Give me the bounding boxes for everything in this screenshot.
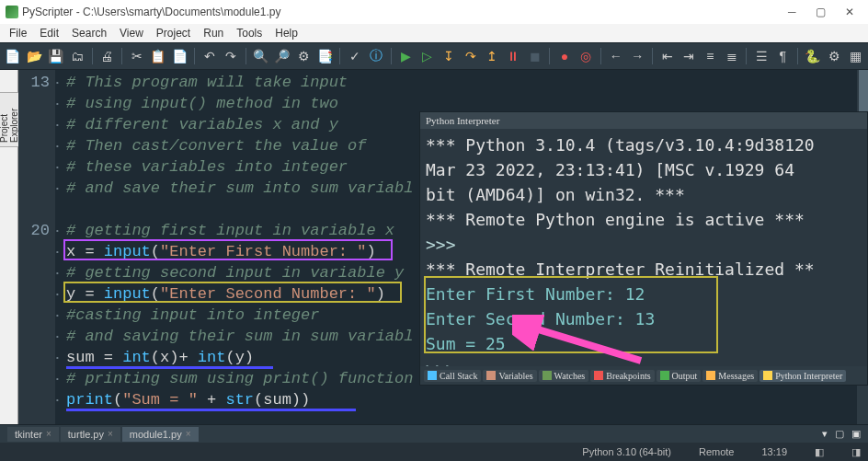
outdent-icon[interactable]: ⇤	[658, 47, 676, 65]
close-all-icon[interactable]: ▣	[851, 428, 861, 440]
close-icon[interactable]: ×	[46, 429, 51, 439]
line-number: 20	[18, 220, 50, 241]
status-tray-icon[interactable]: ◨	[851, 446, 861, 458]
line-gutter: 13 20	[18, 70, 55, 424]
copy-icon[interactable]: 📋	[149, 47, 166, 65]
close-icon[interactable]: ×	[108, 429, 113, 439]
tab-messages[interactable]: Messages	[702, 370, 758, 382]
stop-icon[interactable]: ◼	[526, 47, 543, 65]
pause-icon[interactable]: ⏸	[505, 47, 522, 65]
menu-help[interactable]: Help	[269, 26, 303, 40]
interpreter-title: Python Interpreter	[420, 112, 867, 129]
paste-icon[interactable]: 📄	[171, 47, 188, 65]
interpreter-output[interactable]: *** Python 3.10.4 (tags/v3.10.4:9d38120 …	[420, 129, 867, 385]
file-tabstrip: tkinter× turtle.py× module1.py× ▾ ▢ ▣	[0, 424, 868, 443]
interpreter-tabstrip: Call Stack Variables Watches Breakpoints…	[420, 366, 867, 385]
maximize-button[interactable]: ▢	[808, 6, 834, 18]
tab-watches[interactable]: Watches	[539, 370, 589, 382]
cut-icon[interactable]: ✂	[128, 47, 145, 65]
step-over-icon[interactable]: ↷	[462, 47, 479, 65]
new-tab-icon[interactable]: ▢	[835, 428, 844, 440]
app-icon	[6, 6, 18, 18]
window-titlebar: PyScripter - C:\Users\smarty\Documents\m…	[0, 0, 868, 24]
menu-bar: File Edit Search View Project Run Tools …	[0, 24, 868, 42]
comment-icon[interactable]: ≡	[702, 47, 719, 65]
search-icon[interactable]: 🔍	[252, 47, 269, 65]
line-number: 13	[18, 72, 50, 93]
tab-call-stack[interactable]: Call Stack	[424, 370, 481, 382]
tab-output[interactable]: Output	[657, 370, 702, 382]
record-icon[interactable]: ●	[555, 47, 573, 65]
whitespace-icon[interactable]: ¶	[774, 47, 792, 65]
settings-icon[interactable]: ⚙	[825, 47, 842, 65]
step-out-icon[interactable]: ↥	[483, 47, 500, 65]
breakpoint-icon[interactable]: ◎	[577, 47, 595, 65]
indent-icon[interactable]: ⇥	[680, 47, 697, 65]
menu-edit[interactable]: Edit	[34, 26, 64, 40]
step-into-icon[interactable]: ↧	[440, 47, 458, 65]
syntax-check-icon[interactable]: ✓	[346, 47, 363, 65]
tab-breakpoints[interactable]: Breakpoints	[590, 370, 654, 382]
uncomment-icon[interactable]: ≣	[723, 47, 740, 65]
menu-project[interactable]: Project	[151, 26, 196, 40]
interpreter-panel: Python Interpreter *** Python 3.10.4 (ta…	[419, 111, 868, 386]
python-icon[interactable]: 🐍	[804, 47, 821, 65]
tab-overflow-icon[interactable]: ▾	[822, 428, 828, 440]
status-engine: Remote	[699, 446, 735, 457]
debug-icon[interactable]: ▷	[418, 47, 436, 65]
run-icon[interactable]: ▶	[397, 47, 415, 65]
open-file-icon[interactable]: 📂	[25, 47, 42, 65]
minimize-button[interactable]: ─	[779, 6, 805, 18]
left-sidebar[interactable]: Project Explorer	[0, 70, 18, 424]
status-bar: Python 3.10 (64-bit) Remote 13:19 ◧ ◨	[0, 443, 868, 461]
tab-variables[interactable]: Variables	[483, 370, 536, 382]
info-icon[interactable]: ⓘ	[367, 47, 384, 65]
filetab-tkinter[interactable]: tkinter×	[7, 427, 59, 442]
main-area: Project Explorer 13 20 •••••• ••••••••• …	[0, 70, 868, 424]
layout-icon[interactable]: ▦	[847, 47, 864, 65]
status-python: Python 3.10 (64-bit)	[582, 446, 671, 457]
tab-python-interpreter[interactable]: Python Interpreter	[760, 370, 846, 382]
menu-tools[interactable]: Tools	[231, 26, 268, 40]
window-title: PyScripter - C:\Users\smarty\Documents\m…	[22, 6, 779, 18]
nav-fwd-icon[interactable]: →	[629, 47, 646, 65]
menu-file[interactable]: File	[4, 26, 32, 40]
nav-back-icon[interactable]: ←	[607, 47, 624, 65]
find-next-icon[interactable]: 🔎	[273, 47, 291, 65]
menu-search[interactable]: Search	[66, 26, 112, 40]
menu-run[interactable]: Run	[198, 26, 229, 40]
filetab-module1[interactable]: module1.py×	[122, 427, 199, 442]
replace-icon[interactable]: ⚙	[294, 47, 312, 65]
close-icon[interactable]: ×	[186, 429, 191, 439]
save-all-icon[interactable]: 🗂	[68, 47, 86, 65]
print-icon[interactable]: 🖨	[97, 47, 115, 65]
close-button[interactable]: ✕	[837, 6, 862, 18]
toolbar: 📄 📂 💾 🗂 🖨 ✂ 📋 📄 ↶ ↷ 🔍 🔎 ⚙ 📑 ✓ ⓘ ▶ ▷ ↧ ↷ …	[0, 42, 868, 70]
filetab-turtle[interactable]: turtle.py×	[61, 427, 120, 442]
redo-icon[interactable]: ↷	[222, 47, 239, 65]
undo-icon[interactable]: ↶	[200, 47, 218, 65]
menu-view[interactable]: View	[114, 26, 149, 40]
status-time: 13:19	[761, 446, 787, 457]
fold-gutter: •••••• •••••••••	[55, 70, 66, 424]
status-notify-icon[interactable]: ◧	[815, 446, 824, 458]
list-icon[interactable]: ☰	[752, 47, 770, 65]
new-file-icon[interactable]: 📄	[4, 47, 21, 65]
save-icon[interactable]: 💾	[47, 47, 64, 65]
find-in-files-icon[interactable]: 📑	[316, 47, 334, 65]
